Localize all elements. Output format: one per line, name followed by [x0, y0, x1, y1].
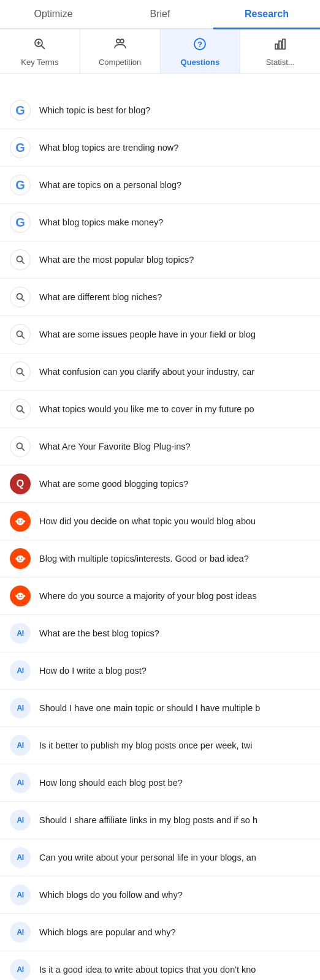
list-item[interactable]: What topics would you like me to cover i…: [0, 391, 320, 428]
svg-point-17: [17, 368, 22, 374]
ai-icon: AI: [10, 623, 31, 644]
list-item[interactable]: What Are Your Favorite Blog Plug-ins?: [0, 428, 320, 466]
reddit-icon: [10, 511, 31, 532]
svg-line-12: [22, 262, 25, 264]
list-item[interactable]: AI Should I share affiliate links in my …: [0, 802, 320, 839]
question-text: What Are Your Favorite Blog Plug-ins?: [39, 440, 310, 453]
subtab-statistics[interactable]: Statist...: [240, 29, 320, 73]
list-item[interactable]: AI Which blogs do you follow and why?: [0, 876, 320, 914]
list-item[interactable]: G Which topic is best for blog?: [0, 92, 320, 129]
questions-icon: ?: [192, 37, 207, 54]
tab-optimize[interactable]: Optimize: [0, 0, 107, 28]
svg-point-32: [17, 556, 24, 563]
question-text: Can you write about your personal life i…: [39, 851, 310, 864]
question-text: What topics would you like me to cover i…: [39, 403, 310, 415]
list-item[interactable]: Q What are some good blogging topics?: [0, 466, 320, 503]
question-text: Blog with multiple topics/interests. Goo…: [39, 552, 310, 565]
question-text: What are some good blogging topics?: [39, 478, 310, 490]
svg-point-29: [15, 520, 17, 522]
question-text: Should I share affiliate links in my blo…: [39, 814, 310, 826]
svg-line-22: [22, 448, 25, 451]
question-text: Is it better to publish my blog posts on…: [39, 739, 310, 752]
subtab-key-terms[interactable]: Key Terms: [0, 29, 80, 73]
svg-rect-8: [275, 44, 278, 49]
google-icon: G: [10, 212, 31, 233]
question-text: What are the best blog topics?: [39, 627, 310, 639]
statistics-icon: [273, 37, 288, 54]
list-item[interactable]: AI What are the best blog topics?: [0, 615, 320, 652]
ai-icon: AI: [10, 735, 31, 756]
ai-icon: AI: [10, 772, 31, 793]
search-icon: [10, 436, 31, 457]
list-item[interactable]: G What blog topics are trending now?: [0, 129, 320, 167]
question-text: Where do you source a majority of your b…: [39, 590, 310, 602]
subtab-questions[interactable]: ? Questions: [161, 29, 241, 73]
list-item[interactable]: What are different blog niches?: [0, 279, 320, 316]
svg-point-39: [17, 593, 24, 600]
svg-point-41: [21, 595, 22, 596]
svg-point-13: [17, 293, 22, 299]
list-item[interactable]: AI Which blogs are popular and why?: [0, 914, 320, 951]
svg-rect-9: [279, 41, 281, 49]
subtab-competition[interactable]: Competition: [80, 29, 161, 73]
svg-line-18: [22, 374, 25, 376]
list-item[interactable]: AI Is it better to publish my blog posts…: [0, 727, 320, 764]
list-item[interactable]: How did you decide on what topic you wou…: [0, 503, 320, 540]
ai-icon: AI: [10, 847, 31, 868]
search-icon: [10, 249, 31, 270]
question-text: How do I write a blog post?: [39, 665, 310, 677]
svg-point-15: [17, 331, 22, 336]
list-item[interactable]: AI Is it a good idea to write about topi…: [0, 951, 320, 980]
search-icon: [10, 399, 31, 420]
list-item[interactable]: AI Should I have one main topic or shoul…: [0, 690, 320, 727]
list-item[interactable]: What are the most popular blog topics?: [0, 241, 320, 279]
google-icon: G: [10, 100, 31, 121]
list-item[interactable]: What confusion can you clarify about you…: [0, 353, 320, 391]
svg-rect-10: [283, 39, 285, 49]
list-item[interactable]: G What are topics on a personal blog?: [0, 167, 320, 204]
question-text: How long should each blog post be?: [39, 777, 310, 789]
question-text: What confusion can you clarify about you…: [39, 366, 310, 378]
list-item[interactable]: What are some issues people have in your…: [0, 316, 320, 353]
search-icon: [10, 361, 31, 382]
question-text: What blog topics are trending now?: [39, 141, 310, 154]
svg-point-42: [23, 592, 25, 594]
svg-text:?: ?: [197, 40, 202, 49]
svg-point-30: [23, 520, 25, 522]
ai-icon: AI: [10, 884, 31, 905]
question-text: What are some issues people have in your…: [39, 328, 310, 341]
svg-line-14: [22, 299, 25, 301]
svg-line-16: [22, 336, 25, 339]
list-item[interactable]: AI How long should each blog post be?: [0, 764, 320, 802]
ai-icon: AI: [10, 810, 31, 831]
google-icon: G: [10, 175, 31, 195]
question-text: Which blogs are popular and why?: [39, 926, 310, 938]
key-terms-icon: [32, 37, 47, 54]
svg-point-44: [23, 595, 25, 597]
list-item[interactable]: G What blog topics make money?: [0, 204, 320, 241]
svg-point-34: [21, 557, 22, 559]
google-icon: G: [10, 137, 31, 158]
question-text: Is it a good idea to write about topics …: [39, 963, 310, 976]
ai-icon: AI: [10, 922, 31, 943]
question-text: What are different blog niches?: [39, 291, 310, 303]
list-item[interactable]: AI Can you write about your personal lif…: [0, 839, 320, 876]
svg-point-33: [18, 557, 19, 559]
svg-point-21: [17, 443, 22, 448]
svg-point-5: [120, 39, 124, 43]
tab-research[interactable]: Research: [213, 0, 320, 28]
top-tab-bar: Optimize Brief Research: [0, 0, 320, 29]
svg-point-11: [17, 256, 22, 262]
svg-point-43: [15, 595, 17, 597]
list-item[interactable]: Where do you source a majority of your b…: [0, 578, 320, 615]
question-text: What are the most popular blog topics?: [39, 254, 310, 266]
question-text: What are topics on a personal blog?: [39, 179, 310, 191]
question-text: What blog topics make money?: [39, 216, 310, 228]
list-item[interactable]: Blog with multiple topics/interests. Goo…: [0, 540, 320, 578]
list-item[interactable]: AI How do I write a blog post?: [0, 652, 320, 690]
svg-point-40: [18, 595, 19, 596]
search-icon: [10, 287, 31, 307]
sub-tab-bar: Key Terms Competition ? Questions: [0, 29, 320, 74]
tab-brief[interactable]: Brief: [107, 0, 213, 28]
ai-icon: AI: [10, 698, 31, 718]
